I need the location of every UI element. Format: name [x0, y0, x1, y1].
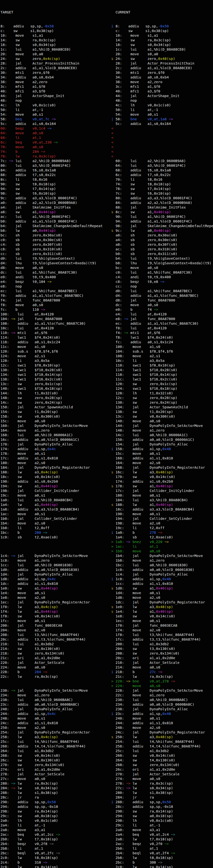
asm-line-current: > 224: move a0,s0 — [111, 684, 213, 688]
asm-line-current: < — [111, 149, 213, 154]
asm-line-target: 1d0: addiu a0,a0,%lo(D_06001830) — [0, 567, 103, 572]
asm-line-current: 28c: addiu sp,sp,-0x18 — [111, 804, 213, 809]
asm-line-target: ac: lui a1,%hi(D_06001F4C) — [0, 214, 103, 219]
asm-line-target: 64: move a0,s0 — [0, 131, 103, 135]
current-asm-lines: i 8: addiu sp,sp,-0x50 c: sw s1,0x38(sp)… — [111, 24, 213, 868]
asm-line-current: 228: jal DynaPolyInfo_SetActorMove — [111, 688, 213, 693]
asm-line-current: 21c: lw ra,0x3c(sp) — [111, 674, 213, 679]
asm-line-current: 20c: ori a1,a1,0x2d0e — [111, 656, 213, 660]
asm-line-target: 210: lui a1,0x3db2 — [0, 642, 103, 647]
asm-line-target: 1bc: b 280 ~> — [0, 530, 103, 535]
asm-line-target: b8: lw a0,0x44(sp) — [0, 228, 103, 233]
asm-line-target: 94: sw t7,0x14(sp) — [0, 187, 103, 191]
asm-line-target: 138: lwc1 $f16,0x2c(s0) — [0, 377, 103, 382]
asm-line-target: 154: sw t1,0x20(sp) — [0, 409, 103, 414]
target-column: TARGET 8: addiu sp,sp,-0x58c: sw s1,0x38… — [0, 1, 103, 868]
asm-line-current: 150: addiu a0,a0,%lo(D_06000A1C) — [111, 437, 213, 442]
asm-line-target: 1f8: sw v0,0x14c(s0) — [0, 614, 103, 619]
asm-line-target: f4: jal func_80A87800 — [0, 298, 103, 303]
asm-line-current: 1cc: addiu a1,s1,0x810 — [111, 582, 213, 586]
asm-line-current: 54: move a0,s1 — [111, 112, 213, 117]
asm-line-current: c0: lui a1,%hi(func_80A87C30) — [111, 270, 213, 275]
asm-line-target: 160: jal DynaPolyInfo_SetActorMove — [0, 424, 103, 428]
asm-line-target: 15c: move a0,s0 — [0, 419, 103, 424]
asm-line-current: 60: lui a2,%hi(D_0600B9A8) — [111, 159, 213, 163]
asm-line-current: 2c0: lw ra,0x14(sp) — [111, 865, 213, 868]
asm-line-target: 2bc: beql v0,at,2fc ~> — [0, 851, 103, 856]
asm-line-current: 1f8: lui t3,%hi(func_80A87F44) — [111, 632, 213, 637]
asm-line-target: 28: jal Actor_ProcessInitChain — [0, 61, 103, 66]
asm-line-current: 10: move s1,a1 — [111, 33, 213, 38]
asm-line-target: 26c: sw t4,0x130(s0) — [0, 758, 103, 763]
asm-line-target: 298: sw ra,0x14(sp) — [0, 809, 103, 814]
asm-line-target: c0: sb zero,0x30e(s0) — [0, 238, 103, 242]
asm-line-target: 100: lui at,0x4120 — [0, 312, 103, 317]
asm-line-target: 16c: addiu a0,a0,%lo(D_06000A1C) — [0, 437, 103, 442]
asm-line-target — [0, 549, 103, 554]
asm-line-target: 218: sw zero,0x134(s0) — [0, 651, 103, 656]
asm-line-current: 258: addiu t4,t4,%lo(func_80A87F44) — [111, 744, 213, 749]
target-column-header-line: TARGET — [0, 10, 103, 15]
asm-line-current: a8: sb zero,0x30f(s0) — [111, 242, 213, 247]
asm-line-target: fc: b 110 ~> — [0, 307, 103, 312]
asm-line-current: 124: swc1 $f16,0x18(sp) — [111, 386, 213, 391]
asm-line-target: 118: addiu a0,s1,0x1c24 — [0, 340, 103, 344]
asm-line-current: 264: sw t4,0x130(s0) — [111, 758, 213, 763]
asm-line-current: f4: ~> mtc1 at,$f6 — [111, 331, 213, 335]
asm-line-target: 88: addiu t7,s0,0x22c — [0, 173, 103, 177]
asm-line-current: c: sw s1,0x38(sp) — [111, 29, 213, 33]
asm-line-current: 2bc: b 308 ~> — [111, 860, 213, 865]
asm-line-target: 170: jal DynaPolyInfo_Alloc — [0, 442, 103, 447]
asm-line-target: 194: sw a1,0x44(sp) — [0, 484, 103, 489]
asm-line-target: 34: addiu a0,s0,0xb4 — [0, 75, 103, 80]
asm-line-target: 284: ~> lw s0,0x34(sp) — [0, 786, 103, 790]
asm-line-current: 1b4: jal DynaPolyInfo_SetActorMove — [111, 554, 213, 558]
asm-line-current: 230: lui a0,%hi(D_0600BA8C) — [111, 698, 213, 702]
asm-line-target: 144: lh t1,0x32(s0) — [0, 391, 103, 396]
asm-line-target: 28c: jr ra — [0, 795, 103, 800]
asm-line-target: 174: addiu a1,sp,0x4c — [0, 447, 103, 452]
asm-line-target: 2a0: lh v0,0x1c(a0) — [0, 818, 103, 823]
asm-line-target: 19c: move a0,s1 — [0, 493, 103, 498]
asm-line-target: 1dc: addiu a1,s1,0x810 — [0, 582, 103, 586]
asm-line-target: a8: sw a1,0x44(sp) — [0, 210, 103, 214]
asm-line-current: 140: move a0,s0 — [111, 419, 213, 424]
asm-line-current: 14: sw ra,0x3c(sp) — [111, 38, 213, 42]
asm-line-current: 214: move a0,s0 — [111, 665, 213, 670]
asm-line-current: 40: mfc1 a3,$f0 — [111, 89, 213, 94]
asm-line-current: 2a8: lw t7,0x18(sp) — [111, 837, 213, 842]
asm-line-target: 10c: lui at,0x4120 — [0, 326, 103, 331]
asm-line-target: cc: sb zero,0x311(s0) — [0, 252, 103, 256]
asm-line-target: 1a4: lw a1,0x44(sp) — [0, 502, 103, 507]
asm-line-target: 264: lui a1,0x3db2 — [0, 749, 103, 753]
asm-line-current: b4: lui t9,%hi(gSaveContext) — [111, 256, 213, 261]
asm-line-current: i 1c8: addiu a1,sp,0x48 — [111, 577, 213, 582]
asm-line-target: e8: nop — [0, 284, 103, 289]
asm-line-current: 80: addiu a3,a3,%lo(D_06001F4C) — [111, 196, 213, 200]
asm-line-target: 2c4: b 310 ~> — [0, 860, 103, 865]
asm-line-current: 13c: sw v0,0x300(s0) — [111, 414, 213, 419]
asm-line-current: 298: lh v0,0x1c(a0) — [111, 818, 213, 823]
asm-line-current: s 188: lw a1,0x40(sp) — [111, 502, 213, 507]
asm-line-target: 150: jal Actor_SpawnAsChild — [0, 405, 103, 409]
asm-line-current: d4: addiu a1,a1,%lo(func_80A87BEC) — [111, 293, 213, 298]
asm-line-current: 88: jal SkelAnime_InitFlex — [111, 205, 213, 210]
asm-line-target: 250: move a2,s0 — [0, 725, 103, 730]
asm-line-target: 50: li at,-1 — [0, 107, 103, 112]
asm-line-target: c: sw s1,0x38(sp) — [0, 29, 103, 33]
asm-line-target: dc: lui a1,%hi(func_80A87C30) — [0, 270, 103, 275]
asm-line-target: 70: move a0,s0 — [0, 145, 103, 149]
asm-line-target: 4c: lh v0,0x1c(s0) — [0, 103, 103, 107]
asm-line-current: 144: jal DynaPolyInfo_SetActorMove — [111, 424, 213, 428]
asm-line-target: 180: move a2,s0 — [0, 461, 103, 465]
asm-line-target: b4: jal SkelAnime_ChangeAnimDefaultRepea… — [0, 224, 103, 228]
asm-line-current: 210: jal Actor_SetScale — [111, 660, 213, 665]
asm-line-target: 1c0: sb t2,0xae(s0) — [0, 535, 103, 539]
asm-line-current: i 1a0: b 278 ~> — [111, 530, 213, 535]
asm-line-target: 124: move a2,s1 — [0, 354, 103, 359]
asm-line-current: 14c: lui a0,%hi(D_06000A1C) — [111, 433, 213, 437]
asm-line-current: 134: jal Actor_SpawnAsChild — [111, 405, 213, 409]
asm-line-target: 2b0: lw t7,0x18(sp) — [0, 837, 103, 842]
asm-line-current: 248: move a2,s0 — [111, 725, 213, 730]
asm-line-target: c8: sb zero,0x310(s0) — [0, 247, 103, 252]
